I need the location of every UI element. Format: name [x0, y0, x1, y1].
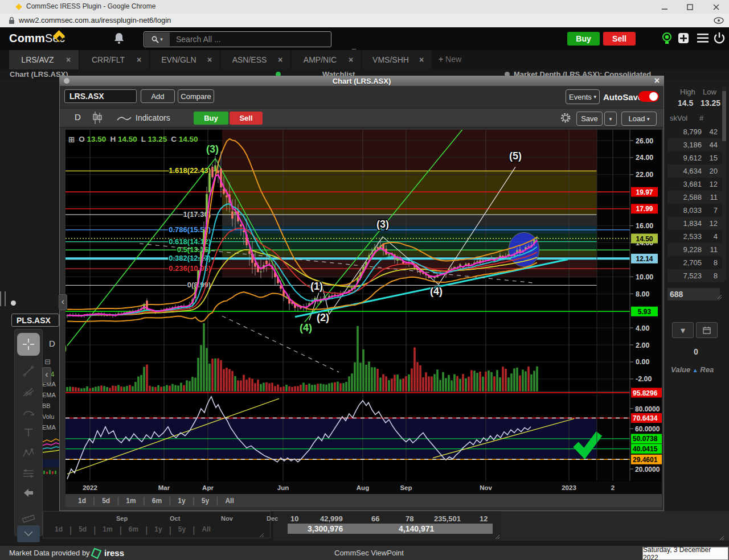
interval-button[interactable]: D	[75, 112, 81, 122]
resize-handle-icon[interactable]	[716, 294, 722, 299]
window-minimize-button[interactable]	[653, 0, 677, 14]
save-button[interactable]: Save	[576, 112, 603, 126]
timeframe-1m[interactable]: 1m	[96, 525, 119, 536]
chart-sell-button[interactable]: Sell	[230, 112, 263, 125]
crosshair-tool[interactable]	[17, 333, 40, 356]
timeframe-all[interactable]: All	[195, 525, 217, 536]
pls-collapse-tab[interactable]: ‹	[42, 367, 51, 383]
window-handle-dot[interactable]	[64, 78, 69, 84]
timeframe-5d[interactable]: 5d	[95, 497, 117, 505]
notifications-bell-icon[interactable]	[113, 32, 125, 44]
tab-vms-shh[interactable]: VMS/SHH×	[362, 50, 432, 69]
timeframe-1d[interactable]: 1d	[48, 525, 69, 536]
depth-scrollbar-track[interactable]	[722, 87, 726, 280]
resize-handle-icon[interactable]	[259, 532, 264, 538]
xabcd-pattern-tool[interactable]	[17, 444, 40, 462]
calendar-button[interactable]	[696, 322, 718, 338]
search-icon	[151, 36, 159, 43]
settings-gear-icon[interactable]	[559, 112, 572, 124]
fib-tool[interactable]	[17, 465, 40, 482]
text-tool[interactable]	[17, 424, 40, 441]
low-value: 13.25	[701, 98, 720, 108]
timeframe-1y[interactable]: 1y	[171, 497, 192, 505]
count-header: #	[699, 114, 703, 122]
search-box[interactable]: ▾ Search All ...	[144, 31, 331, 47]
autosave-toggle[interactable]	[638, 91, 659, 102]
timeframe-1m[interactable]: 1m	[119, 497, 142, 505]
pls-legend-item: Volu	[42, 413, 56, 420]
caret-down-icon: ▾	[593, 94, 596, 100]
tab-evn-gln[interactable]: EVN/GLN×	[150, 50, 220, 69]
price-chart[interactable]: 1.618(22.43)1(17.30)0.786(15.52)0.618(14…	[65, 130, 662, 494]
tab-close-icon[interactable]: ×	[278, 55, 290, 64]
timeframe-1y[interactable]: 1y	[148, 525, 169, 536]
browser-urlbar[interactable]: www2.commsec.com.au/iressplugin-net6/log…	[0, 14, 729, 28]
timeframe-6m[interactable]: 6m	[122, 525, 145, 536]
timeframe-5d[interactable]: 5d	[72, 525, 93, 536]
timeframe-5y[interactable]: 5y	[171, 525, 193, 536]
pls-collapse-icon[interactable]: ⊟	[44, 357, 51, 366]
menu-hamburger-icon[interactable]	[697, 34, 708, 43]
window-collapse-tab[interactable]: ‹	[59, 294, 67, 310]
tab-close-icon[interactable]: ×	[137, 55, 149, 64]
high-value: 14.50	[118, 135, 137, 143]
add-window-icon[interactable]	[678, 32, 689, 44]
header-sell-button[interactable]: Sell	[603, 32, 636, 46]
svg-text:10.00: 10.00	[636, 273, 653, 281]
timeframe-all[interactable]: All	[218, 497, 240, 505]
chart-window-close-icon[interactable]: ×	[654, 76, 660, 86]
tab-lrs-avz[interactable]: LRS/AVZ×	[9, 50, 79, 69]
sort-asc-icon: ▲	[693, 367, 698, 373]
compare-button[interactable]: Compare	[178, 89, 214, 103]
ruler-tool[interactable]	[17, 509, 40, 526]
timeframe-5y[interactable]: 5y	[195, 497, 216, 505]
eye-icon[interactable]	[714, 17, 724, 24]
pitchfork-tool[interactable]	[17, 383, 40, 400]
load-dropdown[interactable]: Load ▾	[621, 112, 657, 126]
tab-close-icon[interactable]: ×	[349, 55, 361, 64]
timeframe-1d[interactable]: 1d	[71, 497, 93, 505]
tab-amp-nic[interactable]: AMP/NIC×	[292, 50, 361, 69]
indicators-button[interactable]: Indicators	[136, 113, 170, 122]
chart-buy-button[interactable]: Buy	[194, 112, 228, 125]
power-logout-icon[interactable]	[714, 32, 725, 44]
trendline-tool[interactable]	[17, 363, 40, 380]
pls-interval-label[interactable]: D	[49, 339, 55, 348]
grid-plus-icon[interactable]: ⊞	[68, 135, 75, 144]
header-buy-button[interactable]: Buy	[567, 32, 600, 46]
depth-row: 2,58811	[667, 191, 724, 204]
shape-tool[interactable]	[17, 403, 40, 421]
tab-crr-flt[interactable]: CRR/FLT×	[80, 50, 149, 69]
window-maximize-button[interactable]	[678, 0, 702, 14]
search-scope-dropdown[interactable]: ▾	[145, 32, 170, 46]
search-input[interactable]: Search All ...	[176, 35, 221, 44]
pls-symbol-input[interactable]: PLS.ASX	[11, 314, 59, 327]
tab-close-icon[interactable]: ×	[207, 55, 220, 64]
chart-window-titlebar[interactable]: Chart (LRS.ASX) ×	[59, 76, 664, 86]
window-close-button[interactable]	[704, 0, 728, 14]
svg-text:22.00: 22.00	[636, 171, 653, 179]
pls-window-handle[interactable]	[11, 300, 16, 306]
filter-dropdown-button[interactable]: ▾	[672, 322, 694, 338]
events-dropdown[interactable]: Events ▾	[566, 89, 600, 104]
resize-handle-icon[interactable]	[494, 534, 500, 540]
tab-close-icon[interactable]: ×	[66, 55, 79, 64]
add-button[interactable]: Add	[141, 89, 175, 103]
collapse-toolbar-chevron[interactable]	[17, 525, 40, 542]
ideas-bulb-icon[interactable]	[661, 31, 673, 46]
new-tab-button[interactable]: + New	[439, 55, 461, 64]
depth-scrollbar-thumb[interactable]	[722, 91, 726, 141]
save-options-caret[interactable]: ▾	[604, 112, 617, 126]
tab-asn-ess[interactable]: ASN/ESS×	[221, 50, 290, 69]
back-arrow-tool[interactable]	[17, 484, 40, 501]
symbol-input[interactable]: LRS.ASX	[64, 89, 137, 103]
dock-grip[interactable]	[0, 291, 6, 306]
svg-text:0.236(10.95): 0.236(10.95)	[169, 264, 211, 273]
tab-close-icon[interactable]: ×	[419, 55, 432, 64]
timeframe-6m[interactable]: 6m	[145, 497, 169, 505]
svg-text:17.99: 17.99	[636, 205, 653, 213]
candlestick-style-icon[interactable]	[92, 112, 103, 124]
value-column-header[interactable]: Value ▲ Rea	[671, 365, 714, 374]
pls-legend-item: EMA	[42, 424, 56, 431]
resize-handle-icon[interactable]	[719, 535, 724, 541]
